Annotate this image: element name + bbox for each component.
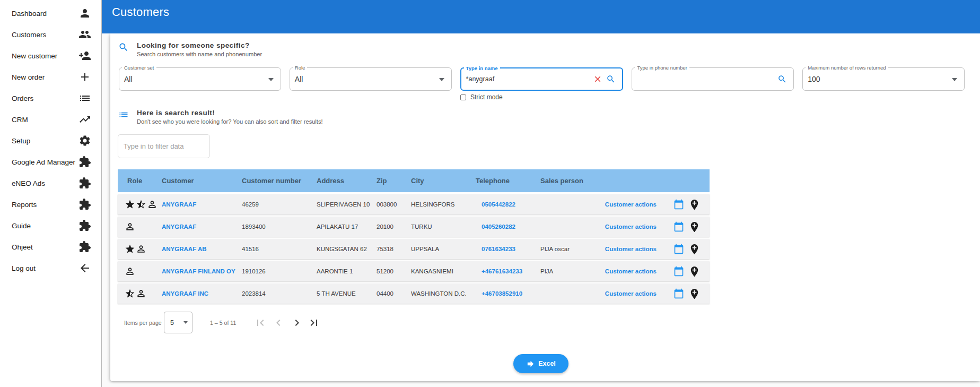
excel-export-button[interactable]: Excel: [513, 354, 568, 373]
arrow-back-icon: [78, 262, 91, 274]
customer-actions-link[interactable]: Customer actions: [598, 246, 670, 252]
role-icons: [118, 199, 162, 210]
sidebar-item[interactable]: Guide: [0, 215, 101, 236]
sidebar-item-label: New order: [12, 73, 45, 81]
column-header-city: City: [411, 177, 476, 185]
sidebar-item-label: Log out: [12, 264, 36, 272]
customer-actions-link[interactable]: Customer actions: [598, 290, 670, 297]
chevron-down-icon: [268, 78, 274, 84]
person-outline-icon: [147, 199, 158, 210]
items-per-page-label: Items per page: [124, 320, 162, 326]
table-row: ANYGRAAF 46259 SLIPERIVÄGEN 10 003800 HE…: [118, 194, 710, 214]
customer-set-label: Customer set: [122, 65, 156, 71]
results-table: Role Customer Customer number Address Zi…: [118, 169, 710, 304]
puzzle-icon: [78, 156, 91, 168]
city-cell: UPPSALA: [411, 246, 476, 252]
phone-input[interactable]: [632, 68, 793, 90]
address-cell: KUNGSGATAN 62: [317, 246, 377, 252]
address-cell: SLIPERIVÄGEN 10: [317, 201, 377, 208]
zip-cell: 75318: [377, 246, 411, 252]
sidebar-item[interactable]: Google Ad Manager: [0, 151, 101, 173]
page-size-select[interactable]: 5: [164, 312, 192, 333]
sidebar-item[interactable]: Setup: [0, 130, 101, 151]
filter-input[interactable]: [118, 134, 210, 158]
previous-page-button[interactable]: [272, 316, 285, 329]
search-section-subtitle: Search customers with name and phonenumb…: [137, 51, 262, 57]
calendar-icon[interactable]: [673, 266, 684, 277]
gear-icon: [78, 134, 91, 147]
role-select[interactable]: Role All: [290, 67, 452, 91]
role-value: All: [295, 75, 303, 83]
last-page-button[interactable]: [308, 316, 320, 329]
person-icon: [78, 7, 91, 20]
customer-number-cell: 41516: [242, 246, 317, 252]
calendar-icon[interactable]: [673, 221, 684, 232]
sidebar-item[interactable]: eNEO Ads: [0, 173, 101, 194]
next-page-button[interactable]: [291, 316, 303, 329]
search-section-title: Looking for someone specific?: [137, 41, 250, 49]
telephone-link[interactable]: 0505442822: [476, 201, 540, 208]
sidebar-item[interactable]: Dashboard: [0, 3, 101, 24]
zip-cell: 003800: [377, 201, 411, 208]
customer-set-select[interactable]: Customer set All: [119, 67, 281, 91]
sidebar-item[interactable]: New order: [0, 66, 101, 88]
clear-icon[interactable]: [593, 74, 602, 84]
calendar-icon[interactable]: [673, 244, 684, 254]
add-location-icon[interactable]: [688, 221, 701, 233]
customer-link[interactable]: ANYGRAAF AB: [162, 246, 242, 252]
column-header-role: Role: [118, 177, 162, 185]
chevron-down-icon: [952, 78, 957, 84]
column-header-sales-person: Sales person: [540, 177, 598, 185]
people-icon: [78, 28, 91, 41]
add-location-icon[interactable]: [688, 243, 701, 255]
max-rows-select[interactable]: Maximum number of rows returned 100: [802, 67, 965, 91]
customer-link[interactable]: ANYGRAAF FINLAND OY: [162, 268, 242, 274]
telephone-link[interactable]: 0405260282: [476, 223, 540, 230]
add-location-icon[interactable]: [688, 265, 701, 278]
content: Looking for someone specific? Search cus…: [102, 33, 980, 387]
person-outline-icon: [136, 244, 146, 254]
star-half-icon: [125, 288, 135, 299]
address-cell: AARONTIE 1: [317, 268, 377, 274]
customer-actions-link[interactable]: Customer actions: [598, 223, 670, 230]
person-outline-icon: [136, 288, 146, 299]
add-location-icon[interactable]: [688, 288, 701, 300]
first-page-button[interactable]: [254, 316, 267, 329]
column-header-customer-number: Customer number: [242, 177, 317, 185]
customer-number-cell: 46259: [242, 201, 317, 208]
sidebar-item[interactable]: Reports: [0, 194, 101, 215]
sidebar-item[interactable]: Orders: [0, 88, 101, 109]
chevron-down-icon: [439, 78, 444, 84]
calendar-icon[interactable]: [673, 199, 684, 210]
name-search-icon[interactable]: [606, 74, 616, 84]
sales-person-cell: PIJA: [540, 268, 598, 274]
phone-search-icon[interactable]: [777, 74, 787, 84]
calendar-icon[interactable]: [673, 288, 684, 299]
customer-link[interactable]: ANYGRAAF: [162, 223, 242, 230]
column-header-zip: Zip: [377, 177, 411, 185]
topbar: Customers: [102, 0, 980, 33]
customer-link[interactable]: ANYGRAAF INC: [162, 290, 242, 297]
sidebar-item-label: Dashboard: [12, 10, 47, 18]
sidebar-item-label: New customer: [12, 52, 57, 60]
sidebar-item[interactable]: Ohjeet: [0, 236, 101, 257]
customer-number-cell: 1893400: [242, 223, 317, 230]
person-add-icon: [78, 49, 91, 62]
app: { "sidebar": { "items": [ { "label": "Da…: [0, 0, 980, 387]
sidebar-item[interactable]: CRM: [0, 109, 101, 130]
star-icon: [125, 244, 135, 254]
customer-actions-link[interactable]: Customer actions: [598, 268, 670, 274]
add-location-icon[interactable]: [688, 199, 701, 211]
customer-actions-link[interactable]: Customer actions: [598, 201, 670, 208]
sidebar-item[interactable]: New customer: [0, 45, 101, 66]
results-section-title: Here is search result!: [137, 109, 215, 117]
name-field: Type in name: [460, 67, 624, 91]
customer-link[interactable]: ANYGRAAF: [162, 201, 242, 208]
telephone-link[interactable]: +46761634233: [476, 268, 540, 274]
sidebar-item[interactable]: Log out: [0, 257, 101, 279]
strict-mode-label: Strict mode: [470, 93, 503, 101]
strict-mode-checkbox[interactable]: [460, 94, 466, 100]
sidebar-item[interactable]: Customers: [0, 24, 101, 45]
telephone-link[interactable]: +46703852910: [476, 290, 540, 297]
telephone-link[interactable]: 0761634233: [476, 246, 540, 252]
